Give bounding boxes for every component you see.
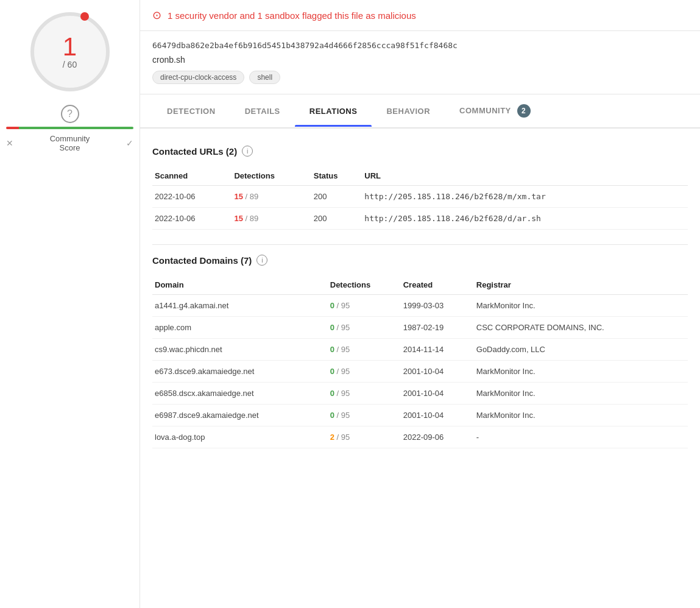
cell-scanned: 2022-10-06 <box>152 186 232 208</box>
cell-registrar: CSC CORPORATE DOMAINS, INC. <box>474 317 688 339</box>
table-row: lova.a-dog.top 2 / 95 2022-09-06 - <box>152 426 688 448</box>
cell-detections: 0 / 95 <box>328 339 401 361</box>
score-circle-container: 1 / 60 <box>30 12 110 91</box>
contacted-domains-title: Contacted Domains (7) <box>152 255 252 266</box>
contacted-urls-header: Contacted URLs (2) i <box>152 146 688 157</box>
cell-domain[interactable]: apple.com <box>152 317 328 339</box>
cell-created: 2001-10-04 <box>401 405 474 426</box>
community-badge: 2 <box>517 104 531 118</box>
col-url: URL <box>362 166 688 186</box>
tab-detection[interactable]: DETECTION <box>152 97 230 125</box>
col-status: Status <box>311 166 362 186</box>
table-row: 2022-10-06 15 / 89 200 http://205.185.11… <box>152 186 688 208</box>
cell-detections: 0 / 95 <box>328 383 401 405</box>
check-icon[interactable]: ✓ <box>126 138 133 148</box>
contacted-domains-table: Domain Detections Created Registrar a144… <box>152 275 688 448</box>
col-created: Created <box>401 275 474 295</box>
left-panel: 1 / 60 ? ✕ CommunityScore ✓ <box>0 0 140 608</box>
score-bar <box>6 127 133 129</box>
contacted-domains-header: Contacted Domains (7) i <box>152 255 688 266</box>
cell-detections: 0 / 95 <box>328 295 401 317</box>
cell-registrar: MarkMonitor Inc. <box>474 383 688 405</box>
col-domain: Domain <box>152 275 328 295</box>
contacted-urls-table: Scanned Detections Status URL 2022-10-06… <box>152 166 688 230</box>
cell-domain[interactable]: a1441.g4.akamai.net <box>152 295 328 317</box>
cell-detections: 15 / 89 <box>232 208 311 230</box>
cell-created: 2001-10-04 <box>401 383 474 405</box>
table-row: e673.dsce9.akamaiedge.net 0 / 95 2001-10… <box>152 361 688 383</box>
contacted-domains-info-icon[interactable]: i <box>256 255 267 266</box>
cell-domain[interactable]: e673.dsce9.akamaiedge.net <box>152 361 328 383</box>
cell-detections: 2 / 95 <box>328 426 401 448</box>
cell-url[interactable]: http://205.185.118.246/b2f628/d/ar.sh <box>362 208 688 230</box>
tabs: DETECTION DETAILS RELATIONS BEHAVIOR COM… <box>140 94 700 129</box>
tab-community[interactable]: COMMUNITY 2 <box>445 94 545 127</box>
table-row: cs9.wac.phicdn.net 0 / 95 2014-11-14 GoD… <box>152 339 688 361</box>
cell-domain[interactable]: e6987.dsce9.akamaiedge.net <box>152 405 328 426</box>
community-label-row: ✕ CommunityScore ✓ <box>6 134 133 152</box>
cell-detections: 15 / 89 <box>232 186 311 208</box>
alert-bar: ⊙ 1 security vendor and 1 sandbox flagge… <box>140 0 700 31</box>
score-denominator: / 60 <box>63 60 77 69</box>
right-panel: ⊙ 1 security vendor and 1 sandbox flagge… <box>140 0 700 608</box>
cell-detections: 0 / 95 <box>328 361 401 383</box>
cell-registrar: MarkMonitor Inc. <box>474 361 688 383</box>
community-score-label: CommunityScore <box>13 134 126 152</box>
cell-detections: 0 / 95 <box>328 317 401 339</box>
cell-status: 200 <box>311 186 362 208</box>
cell-scanned: 2022-10-06 <box>152 208 232 230</box>
tab-relations[interactable]: RELATIONS <box>295 97 372 125</box>
score-circle: 1 / 60 <box>30 12 110 91</box>
table-row: e6858.dscx.akamaiedge.net 0 / 95 2001-10… <box>152 383 688 405</box>
cell-status: 200 <box>311 208 362 230</box>
cell-url[interactable]: http://205.185.118.246/b2f628/m/xm.tar <box>362 186 688 208</box>
close-icon[interactable]: ✕ <box>6 138 13 148</box>
col-detections: Detections <box>232 166 311 186</box>
question-mark-icon: ? <box>61 105 79 123</box>
cell-domain[interactable]: lova.a-dog.top <box>152 426 328 448</box>
cell-created: 2014-11-14 <box>401 339 474 361</box>
contacted-urls-title: Contacted URLs (2) <box>152 146 237 157</box>
cell-registrar: - <box>474 426 688 448</box>
col-registrar: Registrar <box>474 275 688 295</box>
cell-domain[interactable]: e6858.dscx.akamaiedge.net <box>152 383 328 405</box>
file-info: 66479dba862e2ba4ef6b916d5451b438792a4d46… <box>140 31 700 94</box>
tag-cpu[interactable]: direct-cpu-clock-access <box>152 71 244 84</box>
score-number: 1 <box>63 34 77 60</box>
table-row: apple.com 0 / 95 1987-02-19 CSC CORPORAT… <box>152 317 688 339</box>
cell-registrar: MarkMonitor Inc. <box>474 405 688 426</box>
community-score-section: ? ✕ CommunityScore ✓ <box>6 105 133 152</box>
alert-text: 1 security vendor and 1 sandbox flagged … <box>168 10 416 21</box>
tag-shell[interactable]: shell <box>249 71 280 84</box>
cell-domain[interactable]: cs9.wac.phicdn.net <box>152 339 328 361</box>
content: Contacted URLs (2) i Scanned Detections … <box>140 129 700 475</box>
col-detections-d: Detections <box>328 275 401 295</box>
cell-created: 1987-02-19 <box>401 317 474 339</box>
tab-behavior[interactable]: BEHAVIOR <box>372 97 445 125</box>
alert-icon: ⊙ <box>152 9 161 22</box>
cell-created: 2022-09-06 <box>401 426 474 448</box>
table-row: a1441.g4.akamai.net 0 / 95 1999-03-03 Ma… <box>152 295 688 317</box>
file-hash: 66479dba862e2ba4ef6b916d5451b438792a4d46… <box>152 41 688 50</box>
tab-details[interactable]: DETAILS <box>230 97 295 125</box>
table-row: 2022-10-06 15 / 89 200 http://205.185.11… <box>152 208 688 230</box>
contacted-urls-info-icon[interactable]: i <box>242 146 253 157</box>
col-scanned: Scanned <box>152 166 232 186</box>
cell-registrar: GoDaddy.com, LLC <box>474 339 688 361</box>
table-row: e6987.dsce9.akamaiedge.net 0 / 95 2001-1… <box>152 405 688 426</box>
cell-detections: 0 / 95 <box>328 405 401 426</box>
file-tags: direct-cpu-clock-access shell <box>152 71 688 84</box>
cell-registrar: MarkMonitor Inc. <box>474 295 688 317</box>
file-name: cronb.sh <box>152 55 688 65</box>
cell-created: 2001-10-04 <box>401 361 474 383</box>
cell-created: 1999-03-03 <box>401 295 474 317</box>
section-divider-1 <box>152 244 688 245</box>
